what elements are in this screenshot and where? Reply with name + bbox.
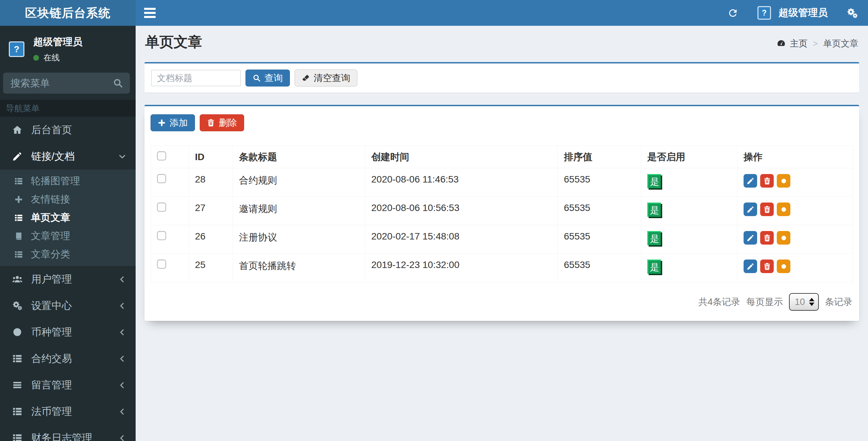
- table-box: 添加 删除 ID 条款标题 创建时间: [144, 105, 859, 321]
- toggle-button[interactable]: [777, 203, 790, 216]
- delete-row-button[interactable]: [760, 231, 774, 245]
- pencil-icon: [747, 206, 754, 213]
- th-list-icon: [12, 177, 26, 186]
- row-checkbox[interactable]: [157, 174, 166, 183]
- edit-button[interactable]: [744, 203, 757, 216]
- chevron-left-icon: [118, 328, 126, 336]
- content-header: 单页文章 主页 > 单页文章: [136, 26, 868, 50]
- page-title: 单页文章: [145, 34, 202, 50]
- sidebar-subitem-3[interactable]: 单页文章: [0, 209, 136, 227]
- sidebar-item-1[interactable]: 后台首页: [0, 117, 136, 143]
- chevron-left-icon: [118, 381, 126, 389]
- toggle-button[interactable]: [777, 260, 790, 273]
- sidebar-item-6[interactable]: 合约交易: [0, 345, 136, 372]
- cell-created: 2019-12-23 10:32:00: [365, 254, 558, 282]
- cell-actions: [737, 254, 853, 282]
- top-navbar: 区块链后台系统 ? 超级管理员: [0, 0, 868, 26]
- table-toolbar: 添加 删除: [151, 114, 853, 131]
- th-list-icon: [12, 213, 26, 222]
- records-suffix-label: 条记录: [825, 296, 852, 308]
- add-button[interactable]: 添加: [151, 114, 195, 131]
- search-button[interactable]: 查询: [245, 70, 290, 87]
- toggle-button[interactable]: [777, 174, 790, 188]
- pencil-icon: [747, 234, 754, 242]
- refresh-icon: [727, 7, 738, 19]
- search-icon: [253, 74, 261, 82]
- enabled-badge[interactable]: 是: [647, 231, 661, 245]
- online-status-label: 在线: [43, 52, 60, 63]
- row-checkbox[interactable]: [157, 260, 166, 269]
- breadcrumb-home-link[interactable]: 主页: [790, 38, 807, 50]
- edit-button[interactable]: [744, 231, 757, 245]
- toggle-button[interactable]: [777, 231, 790, 245]
- sidebar-subitem-label: 单页文章: [31, 211, 70, 225]
- bars-icon: [9, 380, 25, 390]
- sidebar-item-2[interactable]: 链接/文档: [0, 143, 136, 170]
- search-icon[interactable]: [113, 78, 123, 88]
- th-list-icon: [12, 250, 26, 259]
- dashboard-icon: [776, 39, 786, 48]
- sidebar-item-label: 用户管理: [31, 272, 118, 286]
- sidebar-subitem-5[interactable]: 文章分类: [0, 245, 136, 264]
- sidebar-item-label: 链接/文档: [31, 150, 118, 164]
- gears-icon: [847, 7, 858, 19]
- pencil-icon: [747, 177, 754, 185]
- sidebar-item-3[interactable]: 用户管理: [0, 266, 136, 292]
- breadcrumb: 主页 > 单页文章: [776, 38, 859, 50]
- chevron-left-icon: [118, 355, 126, 363]
- table-header-row: ID 条款标题 创建时间 排序值 是否启用 操作: [151, 146, 853, 168]
- hamburger-icon: [144, 8, 156, 10]
- enabled-badge[interactable]: 是: [647, 203, 661, 217]
- row-checkbox[interactable]: [157, 231, 166, 240]
- sidebar-item-7[interactable]: 留言管理: [0, 372, 136, 398]
- doc-title-input[interactable]: [151, 70, 241, 86]
- sidebar-subitem-4[interactable]: 文章管理: [0, 227, 136, 245]
- brand[interactable]: 区块链后台系统: [0, 0, 136, 26]
- sidebar-subitem-label: 友情链接: [31, 193, 70, 206]
- online-status-dot: [33, 55, 39, 61]
- edit-button[interactable]: [744, 260, 757, 273]
- sidebar-item-8[interactable]: 法币管理: [0, 398, 136, 425]
- dot-circle-icon: [780, 234, 788, 242]
- select-caret-icon: [809, 298, 814, 306]
- sidebar-search-input[interactable]: [10, 77, 113, 89]
- edit-button[interactable]: [744, 174, 757, 188]
- sidebar-subitem-2[interactable]: 友情链接: [0, 190, 136, 209]
- table-row: 27 邀请规则 2020-08-06 10:56:53 65535 是: [151, 197, 853, 225]
- navbar-username: 超级管理员: [778, 6, 828, 20]
- sidebar-item-5[interactable]: 币种管理: [0, 319, 136, 345]
- gears-icon: [9, 301, 25, 311]
- sidebar-toggle-button[interactable]: [136, 0, 164, 26]
- sidebar-subitem-1[interactable]: 轮播图管理: [0, 172, 136, 190]
- navbar-user-menu[interactable]: ? 超级管理员: [749, 0, 836, 26]
- delete-row-button[interactable]: [760, 260, 774, 273]
- cell-created: 2020-02-17 15:48:08: [365, 225, 558, 254]
- user-panel: ? 超级管理员 在线: [0, 26, 136, 71]
- col-header-created: 创建时间: [365, 146, 558, 168]
- trash-icon: [763, 234, 771, 242]
- per-page-select[interactable]: 10: [789, 293, 819, 311]
- cell-sort: 65535: [558, 254, 641, 282]
- sidebar-item-4[interactable]: 设置中心: [0, 292, 136, 319]
- row-checkbox[interactable]: [157, 203, 166, 212]
- users-icon: [9, 274, 25, 284]
- sidebar-search: [3, 73, 130, 94]
- delete-button[interactable]: 删除: [200, 114, 244, 131]
- clear-search-button[interactable]: 清空查询: [295, 70, 357, 87]
- settings-button[interactable]: [836, 0, 868, 26]
- total-records-label: 共4条记录: [698, 296, 740, 308]
- delete-row-button[interactable]: [760, 174, 774, 188]
- cell-id: 26: [189, 225, 233, 254]
- refresh-button[interactable]: [717, 0, 749, 26]
- enabled-badge[interactable]: 是: [647, 260, 661, 274]
- breadcrumb-current: 单页文章: [823, 38, 859, 50]
- delete-row-button[interactable]: [760, 203, 774, 216]
- circle-icon: [9, 327, 25, 337]
- chevron-left-icon: [118, 275, 126, 283]
- enabled-badge[interactable]: 是: [647, 174, 661, 188]
- select-all-checkbox[interactable]: [157, 151, 166, 160]
- chevron-down-icon: [118, 153, 126, 160]
- sidebar-item-9[interactable]: 财务日志管理: [0, 425, 136, 441]
- cell-id: 27: [189, 197, 233, 225]
- broken-avatar-image-icon: ?: [9, 41, 24, 57]
